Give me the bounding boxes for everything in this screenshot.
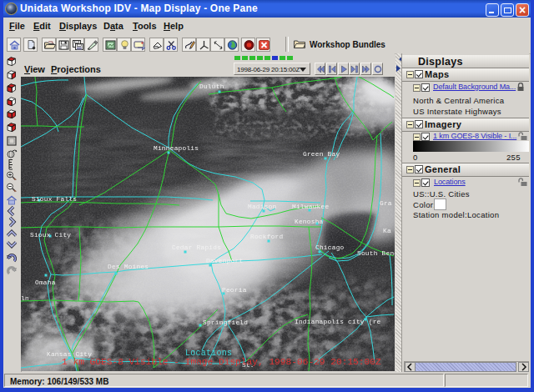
svg-text:Gra: Gra <box>380 200 392 207</box>
svg-text:Ka: Ka <box>383 228 391 234</box>
svg-text:Indianapolis city (re: Indianapolis city (re <box>295 319 381 325</box>
svg-text:Des Moines: Des Moines <box>108 264 149 270</box>
svg-text:Sioux City: Sioux City <box>30 232 71 239</box>
svg-text:Cedar Rapids: Cedar Rapids <box>172 244 221 251</box>
svg-text:ln: ln <box>21 295 29 302</box>
svg-text:Duluth: Duluth <box>199 83 224 90</box>
svg-text:Davenport: Davenport <box>206 258 243 264</box>
svg-text:Peoria: Peoria <box>222 287 247 294</box>
svg-text:Kenosha: Kenosha <box>295 219 324 225</box>
svg-text:Rockford: Rockford <box>250 234 283 240</box>
svg-text:Green Bay: Green Bay <box>303 151 340 158</box>
svg-text:Chicago: Chicago <box>315 244 345 251</box>
svg-text:Omaha: Omaha <box>35 279 56 286</box>
svg-text:1 km GOES-8 Visible - Image Di: 1 km GOES-8 Visible - Image Display, 199… <box>62 357 381 367</box>
svg-text:Milwaukee: Milwaukee <box>292 204 329 210</box>
svg-text:Sioux Falls: Sioux Falls <box>32 196 77 203</box>
svg-text:Madison: Madison <box>248 204 277 210</box>
svg-text:South Bend: South Bend <box>357 250 395 257</box>
svg-text:Springfield: Springfield <box>203 319 248 326</box>
svg-text:Minneapolis: Minneapolis <box>154 145 199 152</box>
